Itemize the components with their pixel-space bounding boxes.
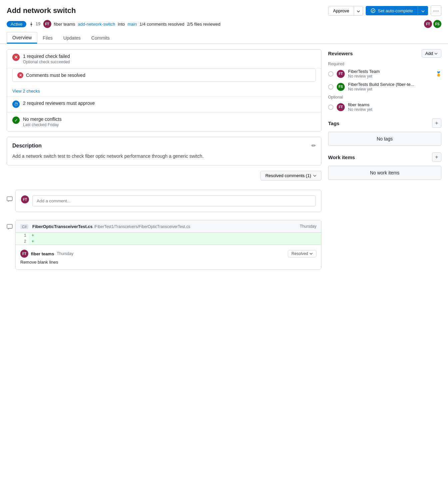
main-content: ✕ 1 required check failed Optional check…: [0, 44, 448, 280]
description-header: Description ✏: [12, 142, 316, 149]
no-merge-conflicts-row: ✓ No merge conflicts Last checked Friday: [7, 113, 321, 131]
reviewer-item-build-service: FS FiberTests Build Service (fiber-te...…: [328, 82, 441, 92]
resolved-comments-button[interactable]: Resolved comments (1): [260, 171, 321, 180]
tab-updates[interactable]: Updates: [58, 32, 86, 44]
reviewer-status-fiber-teams: No review yet: [348, 107, 441, 112]
tags-header: Tags +: [328, 119, 441, 128]
comment-body: Remove blank lines: [20, 260, 316, 265]
svg-rect-4: [7, 197, 12, 201]
autocomplete-button[interactable]: Set auto-complete: [366, 6, 418, 15]
code-line-2: 2 +: [16, 239, 321, 245]
tab-overview[interactable]: Overview: [7, 32, 37, 44]
comment-author-info: FT fiber teams Thursday: [20, 250, 73, 258]
description-card: Description ✏ Add a network switch test …: [7, 137, 321, 165]
resolved-comments-label: Resolved comments (1): [265, 173, 311, 178]
optional-reviewers-label: Optional: [328, 95, 441, 100]
page-title: Add network switch: [7, 6, 76, 15]
add-tag-button[interactable]: +: [432, 119, 441, 128]
nav-tabs: Overview Files Updates Commits: [0, 32, 448, 44]
pr-meta: Active 19 FT fiber teams add-network-swi…: [0, 19, 448, 32]
resolved-comments-area: Resolved comments (1): [7, 171, 321, 186]
commit-count: 19: [29, 21, 40, 27]
more-options-button[interactable]: ⋯: [431, 5, 441, 16]
reviewer-item-fiber-teams: FT fiber teams No review yet: [328, 102, 441, 112]
file-name: FiberOpticTransceiverTest.cs: [32, 224, 93, 229]
autocomplete-label: Set auto-complete: [378, 8, 413, 13]
reviewer-status-build: No review yet: [348, 87, 441, 92]
reviewer-avatar-build: FS: [337, 83, 345, 91]
reviewer-info-build: FiberTests Build Service (fiber-te... No…: [348, 82, 441, 92]
required-reviewers-text: 2 required reviewers must approve: [23, 101, 316, 106]
approve-dropdown-button[interactable]: [354, 6, 363, 15]
required-check-text: 1 required check failed Optional check s…: [23, 54, 316, 64]
file-date: Thursday: [300, 224, 316, 229]
svg-rect-5: [7, 224, 12, 228]
add-reviewer-button[interactable]: Add: [422, 49, 441, 58]
comment-time: Thursday: [57, 251, 73, 256]
clock-icon: ⏱: [12, 101, 20, 108]
approve-button-group: Approve: [328, 6, 363, 16]
reviewers-title: Reviewers: [328, 51, 353, 56]
comments-must-resolve-check: ✕ Comments must be resolved: [12, 69, 316, 82]
header-actions: Approve Set auto-complete ⋯: [328, 5, 441, 16]
comment-author-name: fiber teams: [31, 251, 54, 256]
tags-section: Tags + No tags: [328, 119, 441, 146]
required-reviewers-row: ⏱ 2 required reviewers must approve: [7, 97, 321, 112]
tab-files[interactable]: Files: [37, 32, 58, 44]
comment-icon: [7, 196, 13, 204]
reviewer-avatar-fibertests: FT: [337, 70, 345, 78]
active-badge: Active: [7, 21, 26, 27]
svg-point-1: [31, 23, 32, 25]
required-reviewers-title: 2 required reviewers must approve: [23, 101, 316, 106]
no-tags-label: No tags: [377, 136, 393, 141]
autocomplete-dropdown-button[interactable]: [418, 6, 428, 15]
no-merge-conflicts-text: No merge conflicts Last checked Friday: [23, 117, 316, 127]
work-items-header: Work items +: [328, 152, 441, 162]
autocomplete-button-group: Set auto-complete: [366, 6, 428, 15]
tab-commits[interactable]: Commits: [86, 32, 115, 44]
add-work-item-button[interactable]: +: [432, 152, 441, 162]
work-items-title: Work items: [328, 154, 355, 160]
checks-card: ✕ 1 required check failed Optional check…: [7, 49, 321, 131]
comment-thread: FT fiber teams Thursday Resolved Remove …: [16, 245, 321, 269]
target-branch-link[interactable]: main: [128, 22, 137, 27]
view-checks-link[interactable]: View 2 checks: [7, 86, 321, 96]
files-reviewed: 2/5 files reviewed: [187, 22, 220, 27]
comment-section: FT: [7, 190, 321, 217]
required-check-failed-row: ✕ 1 required check failed Optional check…: [7, 50, 321, 69]
comments-resolved: 1/4 comments resolved: [140, 22, 184, 27]
tags-title: Tags: [328, 121, 339, 126]
reviewer-radio-1: [328, 71, 333, 77]
work-items-section: Work items + No work items: [328, 152, 441, 180]
description-title: Description: [12, 143, 42, 149]
file-side-icon: [7, 220, 13, 231]
file-comment-icon: [7, 224, 13, 231]
required-check-title: 1 required check failed: [23, 54, 316, 59]
fail-icon: ✕: [12, 54, 20, 61]
comment-meta: FT fiber teams Thursday Resolved: [20, 250, 316, 258]
reviewer-info-fibertests: FiberTests Team No review yet: [348, 69, 432, 79]
line-content-1: +: [29, 233, 321, 239]
check-icon: ✓: [12, 117, 20, 124]
approve-button[interactable]: Approve: [328, 6, 354, 15]
required-check-subtitle: Optional check succeeded: [23, 60, 316, 64]
reviewer-radio-3: [328, 105, 333, 110]
author-name: fiber teams: [54, 22, 75, 27]
reviewer-status-fibertests: No review yet: [348, 74, 432, 79]
file-info: C# FiberOpticTransceiverTest.cs /FiberTe…: [20, 224, 190, 229]
edit-description-button[interactable]: ✏: [311, 142, 316, 149]
source-branch-link[interactable]: add-network-switch: [78, 22, 115, 27]
description-body: Add a network switch test to check fiber…: [12, 153, 316, 160]
reviewer-item-fibertests-team: FT FiberTests Team No review yet 🏅: [328, 69, 441, 79]
reviewer-avatar-fiber-teams: FT: [337, 103, 345, 111]
file-lang-badge: C#: [20, 224, 28, 229]
code-diff-lines: 1 + 2 +: [16, 233, 321, 245]
comment-avatar: FT: [21, 195, 29, 203]
comment-resolved-button[interactable]: Resolved: [288, 250, 316, 257]
branch-arrow: into: [118, 22, 125, 27]
author-avatar: FT: [43, 20, 51, 28]
work-items-empty: No work items: [328, 166, 441, 180]
side-comment-icons: [7, 190, 13, 204]
comment-input[interactable]: [32, 195, 316, 206]
tags-empty: No tags: [328, 132, 441, 146]
